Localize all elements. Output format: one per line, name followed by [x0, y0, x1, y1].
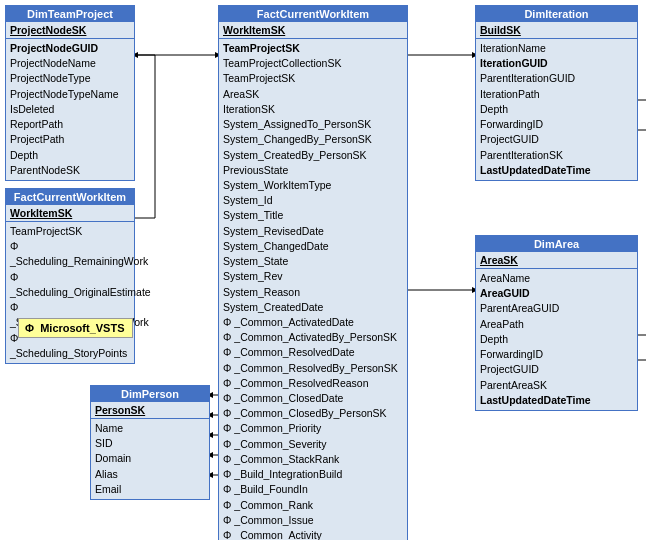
field-a-areaname: AreaName [480, 271, 633, 286]
field-m-closedby: Φ _Common_ClosedBy_PersonSK [223, 406, 403, 421]
dimarea-entity: DimArea AreaSK AreaName AreaGUID ParentA… [475, 235, 638, 411]
field-isdeleted: IsDeleted [10, 102, 130, 117]
dimarea-fields: AreaName AreaGUID ParentAreaGUID AreaPat… [476, 269, 637, 410]
field-m-rev: System_Rev [223, 269, 403, 284]
dimarea-pk-label: AreaSK [480, 254, 518, 266]
dimteamproject-pk: ProjectNodeSK [6, 22, 134, 39]
note-text: Microsoft_VSTS [40, 322, 124, 334]
dimteamproject-entity: DimTeamProject ProjectNodeSK ProjectNode… [5, 5, 135, 181]
field-email: Email [95, 482, 205, 497]
field-m-areask: AreaSK [223, 87, 403, 102]
field-i-iterationguid: IterationGUID [480, 56, 633, 71]
note-phi-icon: Φ [25, 322, 34, 334]
field-scheduling-original: Φ _Scheduling_OriginalEstimate [10, 270, 130, 300]
field-i-depth: Depth [480, 102, 633, 117]
field-m-state: System_State [223, 254, 403, 269]
dimperson-entity: DimPerson PersonSK Name SID Domain Alias… [90, 385, 210, 500]
field-a-projectguid: ProjectGUID [480, 362, 633, 377]
field-i-forwardingid: ForwardingID [480, 117, 633, 132]
field-m-reviseddate: System_RevisedDate [223, 224, 403, 239]
field-reportpath: ReportPath [10, 117, 130, 132]
field-a-parentareask: ParentAreaSK [480, 378, 633, 393]
field-domain: Domain [95, 451, 205, 466]
field-a-areaguid: AreaGUID [480, 286, 633, 301]
field-m-previousstate: PreviousState [223, 163, 403, 178]
field-a-lastupdated: LastUpdatedDateTime [480, 393, 633, 408]
factcurrentworkitem-small-fields: TeamProjectSK Φ _Scheduling_RemainingWor… [6, 222, 134, 363]
field-projectnodeguid: ProjectNodeGUID [10, 41, 130, 56]
field-m-priority: Φ _Common_Priority [223, 421, 403, 436]
dimteamproject-pk-label: ProjectNodeSK [10, 24, 86, 36]
field-m-activateddate: Φ _Common_ActivatedDate [223, 315, 403, 330]
dimteamproject-fields: ProjectNodeGUID ProjectNodeName ProjectN… [6, 39, 134, 180]
field-a-forwardingid: ForwardingID [480, 347, 633, 362]
field-sid: SID [95, 436, 205, 451]
field-m-issue: Φ _Common_Issue [223, 513, 403, 528]
field-alias: Alias [95, 467, 205, 482]
field-m-iterationsk: IterationSK [223, 102, 403, 117]
field-i-parentiterationsk: ParentIterationSK [480, 148, 633, 163]
dimperson-pk-label: PersonSK [95, 404, 145, 416]
field-m-systemtitle: System_Title [223, 208, 403, 223]
field-name: Name [95, 421, 205, 436]
field-m-stackrank: Φ _Common_StackRank [223, 452, 403, 467]
factcurrentworkitem-main-fields: TeamProjectSK TeamProjectCollectionSK Te… [219, 39, 407, 540]
factcurrentworkitem-small-pk: WorkItemSK [6, 205, 134, 222]
field-m-systemid: System_Id [223, 193, 403, 208]
field-i-iterationpath: IterationPath [480, 87, 633, 102]
dimiteration-entity: DimIteration BuildSK IterationName Itera… [475, 5, 638, 181]
field-m-activity: Φ _Common_Activity [223, 528, 403, 540]
field-projectnodetypename: ProjectNodeTypeName [10, 87, 130, 102]
field-m-assignedto: System_AssignedTo_PersonSK [223, 117, 403, 132]
field-depth: Depth [10, 148, 130, 163]
dimperson-pk: PersonSK [91, 402, 209, 419]
microsoft-vsts-note: Φ Microsoft_VSTS [18, 318, 133, 338]
field-i-iterationname: IterationName [480, 41, 633, 56]
field-m-severity: Φ _Common_Severity [223, 437, 403, 452]
field-parentnodesk: ParentNodeSK [10, 163, 130, 178]
dimiteration-pk-label: BuildSK [480, 24, 521, 36]
field-m-workitemtype: System_WorkItemType [223, 178, 403, 193]
dimarea-pk: AreaSK [476, 252, 637, 269]
field-m-createdby: System_CreatedBy_PersonSK [223, 148, 403, 163]
factcurrentworkitem-small-header: FactCurrentWorkItem [6, 189, 134, 205]
dimarea-header: DimArea [476, 236, 637, 252]
factcurrentworkitem-main-header: FactCurrentWorkItem [219, 6, 407, 22]
dimperson-fields: Name SID Domain Alias Email [91, 419, 209, 499]
field-scheduling-remaining: Φ _Scheduling_RemainingWork [10, 239, 130, 269]
field-projectnodename: ProjectNodeName [10, 56, 130, 71]
field-m-resolvedreason: Φ _Common_ResolvedReason [223, 376, 403, 391]
factcurrentworkitem-small-pk-label: WorkItemSK [10, 207, 72, 219]
field-a-areapath: AreaPath [480, 317, 633, 332]
factcurrentworkitem-main-pk-label: WorkItemSK [223, 24, 285, 36]
field-i-parentiterationguid: ParentIterationGUID [480, 71, 633, 86]
field-m-reason: System_Reason [223, 285, 403, 300]
dimperson-header: DimPerson [91, 386, 209, 402]
field-m-activatedby: Φ _Common_ActivatedBy_PersonSK [223, 330, 403, 345]
field-m-teamprojectcollectionsk: TeamProjectCollectionSK [223, 56, 403, 71]
field-m-changeddate: System_ChangedDate [223, 239, 403, 254]
field-i-projectguid: ProjectGUID [480, 132, 633, 147]
dimiteration-pk: BuildSK [476, 22, 637, 39]
dimteamproject-header: DimTeamProject [6, 6, 134, 22]
field-a-parentareaguid: ParentAreaGUID [480, 301, 633, 316]
dimiteration-fields: IterationName IterationGUID ParentIterat… [476, 39, 637, 180]
field-m-createddate: System_CreatedDate [223, 300, 403, 315]
field-teamprojectsk-s: TeamProjectSK [10, 224, 130, 239]
field-m-changedby: System_ChangedBy_PersonSK [223, 132, 403, 147]
field-projectpath: ProjectPath [10, 132, 130, 147]
field-m-teamprojectsk: TeamProjectSK [223, 41, 403, 56]
field-m-foundin: Φ _Build_FoundIn [223, 482, 403, 497]
field-m-resolvedby: Φ _Common_ResolvedBy_PersonSK [223, 361, 403, 376]
field-a-depth: Depth [480, 332, 633, 347]
field-m-rank: Φ _Common_Rank [223, 498, 403, 513]
diagram-container: DimTeamProject ProjectNodeSK ProjectNode… [0, 0, 646, 540]
factcurrentworkitem-main-entity: FactCurrentWorkItem WorkItemSK TeamProje… [218, 5, 408, 540]
field-m-integrationbuild: Φ _Build_IntegrationBuild [223, 467, 403, 482]
field-m-resolveddate: Φ _Common_ResolvedDate [223, 345, 403, 360]
factcurrentworkitem-main-pk: WorkItemSK [219, 22, 407, 39]
field-i-lastupdated: LastUpdatedDateTime [480, 163, 633, 178]
field-m-closeddate: Φ _Common_ClosedDate [223, 391, 403, 406]
field-m-teamprojectsk2: TeamProjectSK [223, 71, 403, 86]
dimiteration-header: DimIteration [476, 6, 637, 22]
